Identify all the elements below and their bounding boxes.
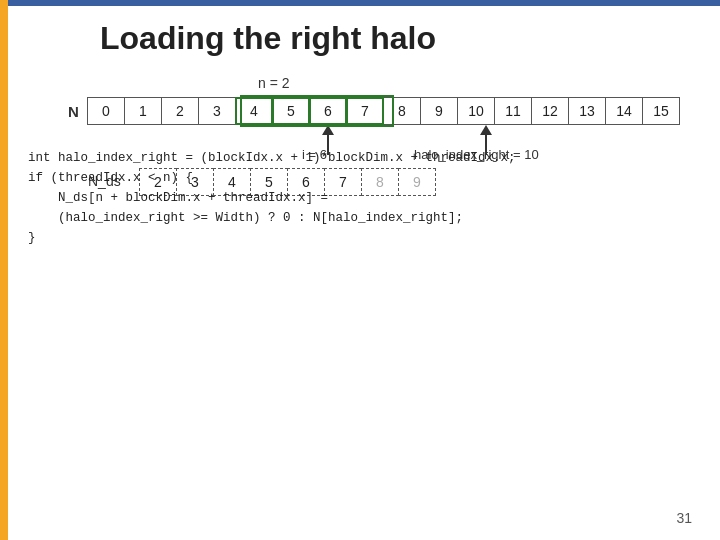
page-number: 31 <box>676 510 692 526</box>
main-cell-15: 15 <box>642 97 680 125</box>
main-cell-5: 5 <box>272 97 310 125</box>
main-cell-3: 3 <box>198 97 236 125</box>
slide: Loading the right halo n = 2 N 012345678… <box>0 0 720 540</box>
main-cell-7: 7 <box>346 97 384 125</box>
main-cell-12: 12 <box>531 97 569 125</box>
N-label: N <box>68 103 79 120</box>
arrow-i6-head <box>322 125 334 135</box>
main-cell-2: 2 <box>161 97 199 125</box>
slide-title: Loading the right halo <box>100 20 680 57</box>
code-block: int halo_index_right = (blockIdx.x + 1)*… <box>28 148 516 248</box>
main-cell-10: 10 <box>457 97 495 125</box>
main-cell-0: 0 <box>87 97 125 125</box>
main-cell-8: 8 <box>383 97 421 125</box>
main-array: 0123456789101112131415 <box>88 97 680 125</box>
main-cell-6: 6 <box>309 97 347 125</box>
main-cell-11: 11 <box>494 97 532 125</box>
main-cell-14: 14 <box>605 97 643 125</box>
main-cell-1: 1 <box>124 97 162 125</box>
arrow-hir-head <box>480 125 492 135</box>
main-cell-13: 13 <box>568 97 606 125</box>
n-label: n = 2 <box>258 75 290 91</box>
main-cell-4: 4 <box>235 97 273 125</box>
main-cell-9: 9 <box>420 97 458 125</box>
